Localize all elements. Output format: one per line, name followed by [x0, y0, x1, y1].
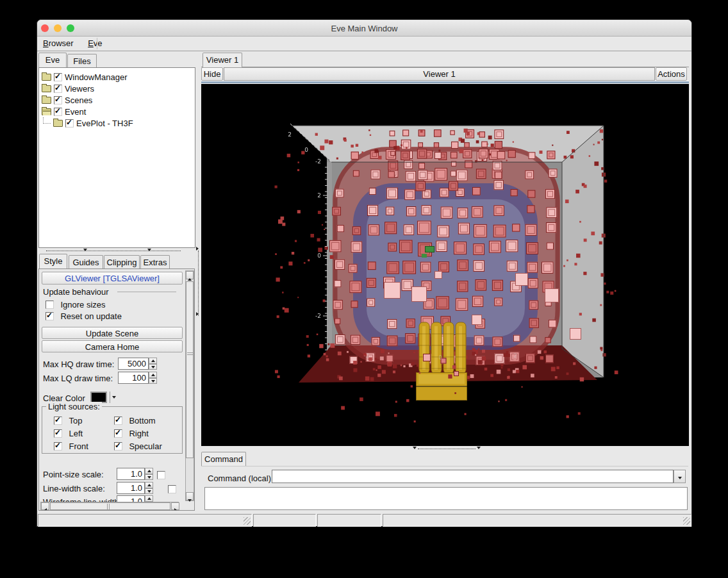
light-bottom-checkbox[interactable]: ✓	[114, 417, 122, 425]
folder-icon	[42, 85, 51, 92]
title-bar[interactable]: Eve Main Window	[37, 20, 691, 37]
tab-guides[interactable]: Guides	[69, 255, 103, 268]
splitter-chevron-down-icon	[83, 249, 87, 251]
tab-files[interactable]: Files	[67, 54, 97, 67]
status-section	[253, 514, 316, 527]
max-lq-input[interactable]: 100	[118, 372, 149, 384]
point-size-up-button[interactable]	[145, 468, 153, 474]
ignore-sizes-checkbox[interactable]	[46, 301, 54, 309]
folder-icon	[42, 74, 51, 81]
command-input[interactable]	[272, 470, 674, 483]
line-width-checkbox[interactable]	[168, 485, 176, 493]
light-front-row: ✓ Front	[54, 440, 88, 452]
viewer-header-title: Viewer 1	[224, 67, 655, 81]
tab-clipping[interactable]: Clipping	[104, 255, 140, 268]
menu-eve[interactable]: Eve	[82, 37, 108, 51]
line-width-down-button[interactable]	[145, 488, 153, 494]
light-left-label: Left	[69, 429, 83, 438]
max-lq-down-button[interactable]	[149, 378, 157, 384]
max-lq-label: Max LQ draw time:	[43, 374, 113, 383]
tree-item-event[interactable]: ✓ Event	[42, 106, 195, 117]
point-size-input[interactable]: 1.0	[117, 468, 145, 480]
viewer-command-splitter[interactable]	[418, 449, 476, 449]
actions-button[interactable]: Actions	[656, 67, 687, 81]
vscrollbar-thumb[interactable]	[186, 281, 194, 458]
thumb-grip	[187, 352, 194, 355]
tab-viewer-1[interactable]: Viewer 1	[203, 53, 242, 67]
style-hscrollbar[interactable]	[40, 502, 179, 511]
menu-browser[interactable]: Browser	[37, 37, 79, 51]
tree-item-label: Scenes	[65, 95, 92, 105]
max-hq-input[interactable]: 5000	[118, 358, 149, 370]
tree-item-scenes[interactable]: ✓ Scenes	[42, 94, 195, 106]
light-specular-label: Specular	[129, 442, 161, 451]
light-top-checkbox[interactable]: ✓	[54, 417, 62, 425]
point-size-down-button[interactable]	[145, 474, 153, 480]
tab-style[interactable]: Style	[39, 254, 67, 268]
tree-item-checkbox[interactable]: ✓	[54, 73, 62, 81]
hide-button[interactable]: Hide	[201, 67, 223, 81]
panel-viewer-splitter[interactable]	[198, 251, 199, 316]
tree-item-eveplot[interactable]: ✓ EvePlot - TH3F	[39, 117, 195, 129]
folder-icon	[42, 97, 51, 104]
scroll-left-icon[interactable]	[41, 502, 49, 510]
hscrollbar-thumb[interactable]	[50, 502, 170, 510]
update-behaviour-label: Update behaviour	[43, 287, 109, 297]
splitter-chevron-right-icon	[196, 312, 199, 316]
tree-item-checkbox[interactable]: ✓	[54, 108, 62, 116]
wireframe-up-button[interactable]	[145, 495, 153, 502]
tree-item-label: WindowManager	[65, 72, 128, 82]
reset-on-update-checkbox[interactable]: ✓	[46, 312, 54, 320]
ignore-sizes-row: Ignore sizes	[46, 299, 106, 310]
scroll-up-icon[interactable]	[186, 271, 194, 279]
light-front-label: Front	[69, 442, 88, 451]
splitter-chevron-down-icon	[147, 249, 151, 251]
open-folder-icon	[42, 108, 51, 115]
line-width-input[interactable]: 1.0	[117, 482, 145, 494]
gl-3d-scene-canvas[interactable]	[201, 84, 689, 446]
light-top-label: Top	[69, 416, 82, 425]
light-specular-checkbox[interactable]: ✓	[114, 442, 122, 450]
tab-command[interactable]: Command	[201, 452, 246, 466]
tree-item-checkbox[interactable]: ✓	[65, 119, 74, 128]
tab-extras[interactable]: Extras	[140, 255, 170, 268]
light-left-checkbox[interactable]: ✓	[54, 429, 62, 438]
scroll-down-icon[interactable]	[186, 492, 194, 500]
splitter-chevron-right-icon	[196, 247, 199, 251]
light-specular-row: ✓ Specular	[114, 440, 162, 452]
light-right-row: ✓ Right	[114, 427, 149, 439]
glviewer-button[interactable]: GLViewer [TGLSAViewer]	[42, 272, 183, 285]
tree-style-splitter[interactable]	[46, 251, 181, 251]
tree-item-checkbox[interactable]: ✓	[54, 96, 62, 104]
scroll-right-icon[interactable]	[171, 502, 179, 510]
style-vscrollbar[interactable]	[185, 270, 194, 501]
point-size-checkbox[interactable]	[157, 471, 165, 479]
clear-color-dropdown-icon[interactable]	[112, 396, 116, 399]
max-hq-label: Max HQ draw time:	[43, 359, 114, 369]
max-hq-down-button[interactable]	[149, 364, 157, 370]
menu-separator	[97, 38, 97, 49]
style-panel: GLViewer [TGLSAViewer] Update behaviour …	[38, 268, 195, 511]
tree-item-label: EvePlot - TH3F	[76, 119, 133, 128]
splitter-chevron-down-icon	[477, 447, 481, 449]
update-scene-button[interactable]: Update Scene	[42, 327, 183, 339]
gl-viewport[interactable]	[201, 84, 689, 446]
tab-eve[interactable]: Eve	[38, 53, 67, 67]
clear-color-divider	[110, 392, 110, 403]
command-panel: Command (local):	[201, 466, 688, 511]
camera-home-button[interactable]: Camera Home	[42, 340, 183, 352]
tree-item-viewers[interactable]: ✓ Viewers	[42, 83, 195, 94]
light-right-checkbox[interactable]: ✓	[114, 429, 122, 438]
line-width-up-button[interactable]	[145, 482, 153, 488]
reset-on-update-row: ✓ Reset on update	[46, 310, 122, 322]
max-hq-up-button[interactable]	[149, 358, 157, 364]
tree-item-label: Viewers	[65, 84, 94, 94]
max-lq-up-button[interactable]	[149, 372, 157, 378]
eve-main-window: Eve Main Window Browser Eve Eve Files ✓ …	[37, 19, 692, 527]
tree-item-checkbox[interactable]: ✓	[54, 85, 62, 93]
command-dropdown-button[interactable]	[674, 470, 686, 483]
tree-item-windowmanager[interactable]: ✓ WindowManager	[42, 71, 195, 83]
light-sources-title: Light sources:	[46, 402, 102, 411]
light-front-checkbox[interactable]: ✓	[54, 442, 62, 450]
resize-grip-icon[interactable]	[683, 517, 690, 525]
